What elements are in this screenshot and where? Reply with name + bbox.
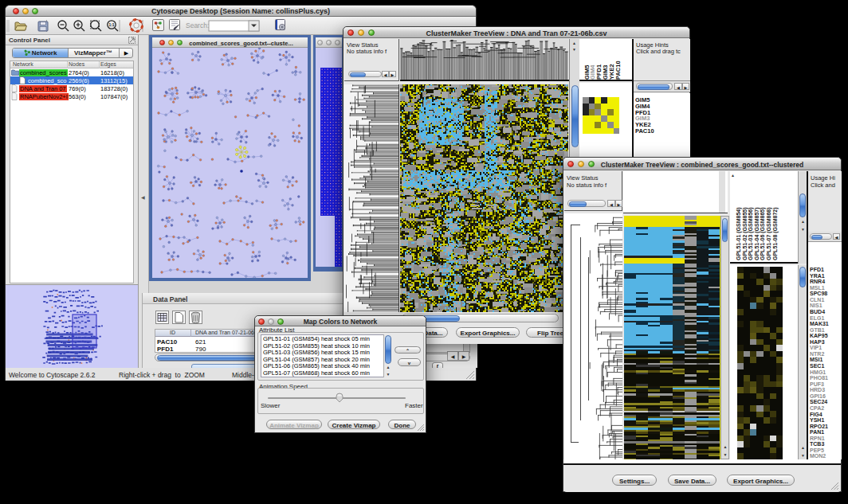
svg-text:1:1: 1:1 <box>108 22 114 27</box>
svg-text:Search:: Search: <box>186 21 209 29</box>
